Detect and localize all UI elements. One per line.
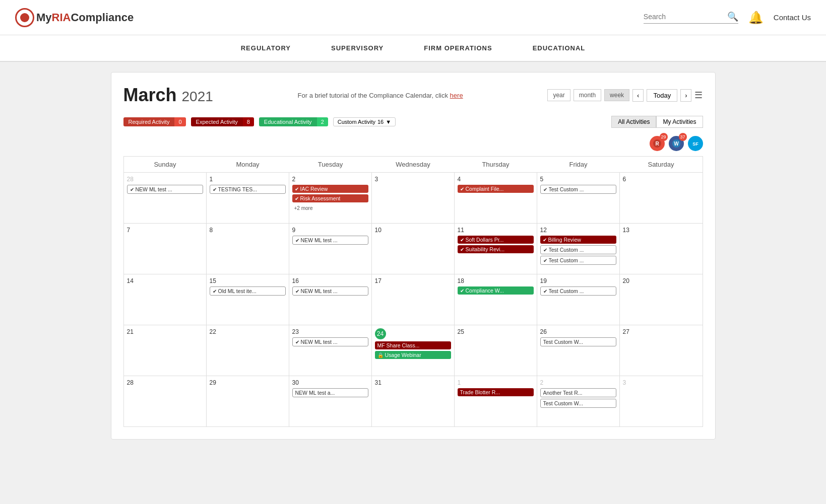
day-cell-w3-d4[interactable]: 25	[455, 325, 537, 376]
day-cell-w1-d3[interactable]: 10	[372, 224, 455, 274]
custom-dropdown-arrow[interactable]: ▼	[386, 119, 391, 125]
calendar-event[interactable]: ✔Complaint File...	[458, 185, 534, 193]
redtail-badge: 29	[660, 133, 668, 141]
calendar-event[interactable]: ✔NEW ML test ...	[292, 236, 368, 245]
calendar-event[interactable]: ✔TESTING TES...	[210, 185, 286, 194]
day-cell-w0-d4[interactable]: 4✔Complaint File...	[455, 173, 537, 223]
day-cell-w3-d3[interactable]: 24MF Share Class...🔒Usage Webinar	[372, 325, 455, 376]
calendar-header: March 2021 For a brief tutorial of the C…	[123, 85, 703, 106]
day-cell-w0-d6[interactable]: 6	[620, 173, 703, 223]
day-cell-w4-d2[interactable]: 30NEW ML test a...	[289, 376, 372, 426]
calendar-event[interactable]: Trade Blotter R...	[458, 388, 534, 396]
day-cell-w3-d0[interactable]: 21	[124, 325, 207, 376]
view-week-button[interactable]: week	[604, 89, 629, 101]
day-cell-w2-d3[interactable]: 17	[372, 274, 455, 325]
calendar-event[interactable]: Test Custom W...	[540, 399, 616, 408]
contact-us-link[interactable]: Contact Us	[774, 13, 811, 22]
week-0: 28✔NEW ML test ...1✔TESTING TES...2✔IAC …	[124, 173, 703, 224]
search-input[interactable]	[644, 13, 724, 21]
day-cell-w2-d5[interactable]: 19✔Test Custom ...	[537, 274, 620, 325]
calendar-event[interactable]: ✔IAC Review	[292, 185, 368, 193]
today-button[interactable]: Today	[647, 89, 677, 102]
day-cell-w3-d6[interactable]: 27	[620, 325, 703, 376]
day-cell-w2-d6[interactable]: 20	[620, 274, 703, 325]
search-box[interactable]: 🔍	[644, 11, 738, 24]
day-cell-w0-d0[interactable]: 28✔NEW ML test ...	[124, 173, 207, 223]
day-cell-w2-d4[interactable]: 18✔Compliance W...	[455, 274, 537, 325]
day-cell-w0-d2[interactable]: 2✔IAC Review✔Risk Assessment+2 more	[289, 173, 372, 223]
nav-regulatory[interactable]: REGULATORY	[241, 44, 291, 52]
more-events-button[interactable]: +2 more	[292, 205, 315, 211]
day-cell-w0-d3[interactable]: 3	[372, 173, 455, 223]
nav-supervisory[interactable]: SUPERVISORY	[331, 44, 384, 52]
day-cell-w1-d6[interactable]: 13	[620, 224, 703, 274]
day-cell-w1-d0[interactable]: 7	[124, 224, 207, 274]
badge-educational[interactable]: Educational Activity 2	[259, 117, 328, 126]
day-cell-w0-d5[interactable]: 5✔Test Custom ...	[537, 173, 620, 223]
calendar-event[interactable]: NEW ML test a...	[292, 388, 368, 397]
calendar-event[interactable]: ✔NEW ML test ...	[292, 337, 368, 346]
calendar-event[interactable]: Test Custom W...	[540, 337, 616, 346]
tutorial-link[interactable]: here	[450, 92, 463, 99]
day-cell-w4-d3[interactable]: 31	[372, 376, 455, 426]
calendar-event[interactable]: MF Share Class...	[375, 341, 451, 349]
day-number: 4	[458, 176, 534, 183]
calendar-event[interactable]: ✔Test Custom ...	[540, 185, 616, 194]
badge-custom[interactable]: Custom Activity 16 ▼	[333, 117, 396, 126]
day-cell-w4-d5[interactable]: 2Another Test R...Test Custom W...	[537, 376, 620, 426]
day-cell-w2-d1[interactable]: 15✔Old ML test ite...	[207, 274, 289, 325]
calendar-event[interactable]: ✔NEW ML test ...	[127, 185, 203, 194]
event-label: Test Custom W...	[543, 400, 583, 406]
calendar-event[interactable]: ✔Soft Dollars Pr...	[458, 236, 534, 244]
calendar-event[interactable]: ✔Billing Review	[540, 236, 616, 244]
redtail-integration[interactable]: R 29	[650, 136, 665, 151]
day-cell-w3-d2[interactable]: 23✔NEW ML test ...	[289, 325, 372, 376]
day-cell-w1-d5[interactable]: 12✔Billing Review✔Test Custom ...✔Test C…	[537, 224, 620, 274]
day-number: 2	[540, 379, 616, 386]
nav-firm-operations[interactable]: FIRM OPERATIONS	[424, 44, 492, 52]
calendar-event[interactable]: Another Test R...	[540, 388, 616, 397]
filter-all-button[interactable]: All Activities	[611, 116, 656, 128]
calendar-event[interactable]: 🔒Usage Webinar	[375, 351, 451, 359]
search-icon[interactable]: 🔍	[727, 11, 738, 22]
view-year-button[interactable]: year	[547, 89, 570, 101]
next-button[interactable]: ›	[680, 89, 691, 102]
calendar-event[interactable]: ✔Old ML test ite...	[210, 286, 286, 296]
day-cell-w0-d1[interactable]: 1✔TESTING TES...	[207, 173, 289, 223]
day-number: 14	[127, 277, 203, 284]
wealthbox-integration[interactable]: W 37	[669, 136, 684, 151]
day-cell-w2-d0[interactable]: 14	[124, 274, 207, 325]
day-cell-w4-d4[interactable]: 1Trade Blotter R...	[455, 376, 537, 426]
calendar-event[interactable]: ✔Test Custom ...	[540, 286, 616, 296]
day-header-sunday: Sunday	[124, 157, 207, 173]
day-cell-w4-d1[interactable]: 29	[207, 376, 289, 426]
prev-button[interactable]: ‹	[632, 89, 644, 102]
badge-expected[interactable]: Expected Activity 8	[191, 117, 254, 126]
day-cell-w1-d2[interactable]: 9✔NEW ML test ...	[289, 224, 372, 274]
activity-filter: All Activities My Activities	[611, 116, 703, 128]
logo[interactable]: MyRIACompliance	[15, 8, 134, 27]
calendar-event[interactable]: ✔Suitability Revi...	[458, 245, 534, 253]
filter-my-button[interactable]: My Activities	[656, 116, 703, 128]
view-month-button[interactable]: month	[574, 89, 601, 101]
day-cell-w1-d1[interactable]: 8	[207, 224, 289, 274]
day-number: 18	[458, 277, 534, 284]
day-cell-w3-d1[interactable]: 22	[207, 325, 289, 376]
calendar-event[interactable]: ✔Test Custom ...	[540, 245, 616, 254]
day-cell-w1-d4[interactable]: 11✔Soft Dollars Pr...✔Suitability Revi..…	[455, 224, 537, 274]
svg-text:W: W	[674, 141, 679, 147]
bell-notification[interactable]: 🔔	[748, 11, 764, 25]
day-cell-w4-d6[interactable]: 3	[620, 376, 703, 426]
badge-required[interactable]: Required Activity 0	[123, 117, 186, 126]
calendar-event[interactable]: ✔Risk Assessment	[292, 194, 368, 202]
calendar-event[interactable]: ✔NEW ML test ...	[292, 286, 368, 296]
day-number: 24	[375, 328, 386, 339]
day-cell-w4-d0[interactable]: 28	[124, 376, 207, 426]
salesforce-integration[interactable]: SF	[688, 136, 703, 151]
calendar-event[interactable]: ✔Test Custom ...	[540, 256, 616, 265]
calendar-event[interactable]: ✔Compliance W...	[458, 286, 534, 295]
day-cell-w2-d2[interactable]: 16✔NEW ML test ...	[289, 274, 372, 325]
menu-button[interactable]: ☰	[694, 90, 703, 101]
nav-educational[interactable]: EDUCATIONAL	[533, 44, 586, 52]
day-cell-w3-d5[interactable]: 26Test Custom W...	[537, 325, 620, 376]
